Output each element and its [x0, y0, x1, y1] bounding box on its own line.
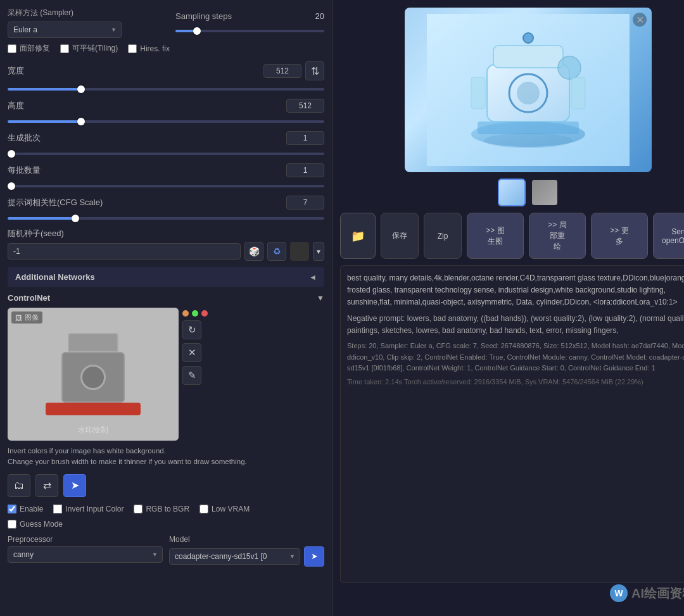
close-image-btn[interactable]: ✕: [633, 13, 647, 27]
enable-checkbox[interactable]: [8, 505, 16, 513]
model-select-wrapper: coadapter-canny-sd15v1 [0: [169, 548, 300, 565]
thumbnail-1[interactable]: [498, 179, 526, 206]
width-section: 宽度 ⇅: [8, 61, 324, 92]
batch-size-slider[interactable]: [8, 185, 324, 187]
refresh-image-btn[interactable]: ↻: [182, 320, 201, 339]
guess-mode-checkbox[interactable]: [8, 520, 16, 529]
steps-info: Steps: 20, Sampler: Euler a, CFG scale: …: [347, 341, 684, 374]
cn-robot-body: [61, 352, 125, 403]
controlnet-options-row: Enable Invert Input Color RGB to BGR Low…: [8, 505, 324, 513]
swap-btn[interactable]: ⇄: [35, 474, 58, 497]
height-field-row: 高度: [8, 99, 324, 113]
preprocessor-select[interactable]: canny depth hed mlsd normal_map openpose: [8, 546, 163, 563]
cfg-scale-input[interactable]: [286, 196, 324, 210]
dot-orange[interactable]: [182, 310, 189, 317]
seed-label: 随机种子(seed): [8, 228, 64, 239]
width-field-row: 宽度 ⇅: [8, 61, 324, 80]
sampling-steps-slider[interactable]: [175, 30, 324, 32]
tool-buttons-row: 🗂 ⇄ ➤: [8, 474, 324, 497]
additional-networks-collapse-icon: ◄: [309, 273, 317, 282]
face-fix-input[interactable]: [8, 44, 16, 53]
more-btn[interactable]: >> 更多: [591, 213, 648, 259]
model-group: Model coadapter-canny-sd15v1 [0 ➤: [169, 535, 324, 567]
rgb-bgr-checkbox[interactable]: [134, 505, 142, 513]
upload-btn[interactable]: 🗂: [8, 474, 30, 497]
cn-robot-base: [46, 403, 141, 415]
send-btn[interactable]: ➤: [63, 474, 86, 497]
cfg-scale-section: 提示词相关性(CFG Scale): [8, 196, 324, 222]
cfg-scale-label: 提示词相关性(CFG Scale): [8, 197, 103, 208]
image-thumbnails: [340, 179, 684, 206]
seed-section: 随机种子(seed) 🎲 ♻ ▼: [8, 228, 324, 261]
svg-point-7: [523, 33, 533, 43]
to-img2img-btn[interactable]: >> 图生图: [467, 213, 524, 259]
negative-content: Negative prompt: lowers, bad anatomy, ((…: [347, 314, 684, 335]
dice-btn[interactable]: 🎲: [244, 242, 263, 261]
batch-size-label: 每批数量: [8, 165, 41, 176]
dot-green[interactable]: [192, 310, 198, 317]
preprocessor-model-row: Preprocessor canny depth hed mlsd normal…: [8, 535, 324, 567]
save-btn[interactable]: 保存: [381, 213, 419, 259]
height-value-input[interactable]: [286, 99, 324, 113]
controlnet-header: ControlNet ▼: [8, 293, 324, 303]
watermark-text: AI绘画资料库: [631, 585, 684, 602]
thumbnail-2[interactable]: [531, 179, 559, 206]
width-value-input[interactable]: [263, 64, 301, 78]
tiling-input[interactable]: [60, 44, 69, 53]
hires-fix-input[interactable]: [128, 44, 137, 53]
controlnet-hint-text: Invert colors if your image has white ba…: [8, 446, 324, 468]
enable-checkbox-label[interactable]: Enable: [8, 505, 43, 513]
controlnet-image-area: 水印绘制 🖼 图像 ↻ ✕ ✎: [8, 308, 324, 441]
to-inpaint-label: >> 局部重绘: [548, 220, 566, 252]
swap-dimensions-btn[interactable]: ⇅: [305, 61, 324, 80]
seed-input[interactable]: [8, 243, 241, 260]
additional-networks-title: Additional Networks: [15, 272, 95, 282]
more-btn-label: >> 更多: [610, 225, 628, 247]
to-img2img-label: >> 图生图: [486, 225, 504, 247]
sampler-section: 采样方法 (Sampler) Euler a Euler LMS DPM2 DD…: [8, 8, 324, 38]
face-fix-checkbox[interactable]: 面部修复: [8, 43, 50, 54]
preprocessor-label: Preprocessor: [8, 535, 163, 544]
action-buttons-row: 📁 保存 Zip >> 图生图 >> 局部重绘 >> 更多 Send toope…: [340, 213, 684, 259]
height-section: 高度: [8, 99, 324, 125]
zip-btn[interactable]: Zip: [424, 213, 462, 259]
controlnet-image-thumb[interactable]: 水印绘制 🖼 图像: [8, 308, 179, 441]
edit-image-btn[interactable]: ✎: [182, 366, 201, 385]
hires-fix-checkbox[interactable]: Hires. fix: [128, 44, 170, 53]
close-image-btn[interactable]: ✕: [182, 343, 201, 362]
batch-count-input[interactable]: [286, 131, 324, 145]
batch-count-slider[interactable]: [8, 153, 324, 155]
cfg-scale-row: 提示词相关性(CFG Scale): [8, 196, 324, 210]
height-slider[interactable]: [8, 120, 324, 123]
send-outpaint-label: Send toopenOutpaint: [662, 227, 684, 245]
invert-box-icon: [53, 505, 62, 513]
cn-watermark: 水印绘制: [78, 425, 108, 436]
to-inpaint-btn[interactable]: >> 局部重绘: [529, 213, 586, 259]
svg-rect-2: [478, 122, 579, 134]
rgb-bgr-checkbox-label[interactable]: RGB to BGR: [134, 505, 189, 513]
wechat-icon: W: [610, 584, 628, 602]
batch-size-input[interactable]: [286, 163, 324, 177]
tiling-checkbox[interactable]: 可平铺(Tiling): [60, 43, 118, 54]
seed-color-btn[interactable]: [290, 242, 309, 261]
dot-red[interactable]: [201, 310, 208, 317]
controlnet-expand-icon[interactable]: ▼: [317, 294, 324, 303]
guess-mode-checkbox-label[interactable]: Guess Mode: [8, 520, 324, 529]
cn-robot-circle: [80, 365, 106, 390]
low-vram-checkbox[interactable]: [200, 505, 208, 513]
folder-btn[interactable]: 📁: [340, 213, 376, 259]
model-select[interactable]: coadapter-canny-sd15v1 [0: [169, 548, 300, 565]
model-action-btn[interactable]: ➤: [304, 546, 324, 567]
sampling-steps-value: 20: [305, 11, 324, 21]
seed-dropdown-btn[interactable]: ▼: [313, 242, 324, 261]
recycle-btn[interactable]: ♻: [267, 242, 286, 261]
additional-networks-header[interactable]: Additional Networks ◄: [8, 267, 324, 287]
width-slider[interactable]: [8, 88, 324, 91]
send-outpaint-btn[interactable]: Send toopenOutpaint: [653, 213, 684, 259]
sampler-select[interactable]: Euler a Euler LMS DPM2 DDIM: [8, 22, 122, 38]
cfg-scale-slider[interactable]: [8, 217, 324, 220]
invert-checkbox-label[interactable]: Invert Input Color: [53, 505, 124, 513]
options-checkboxes: 面部修复 可平铺(Tiling) Hires. fix: [8, 43, 324, 54]
batch-count-section: 生成批次: [8, 131, 324, 157]
low-vram-checkbox-label[interactable]: Low VRAM: [200, 505, 250, 513]
